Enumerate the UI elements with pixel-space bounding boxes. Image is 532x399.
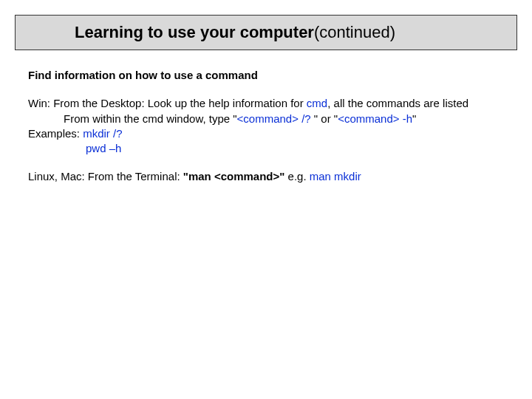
- linux-mid: e.g.: [288, 170, 310, 183]
- win-line-2: From within the cmd window, type "<comma…: [28, 112, 504, 126]
- examples-label: Examples:: [28, 127, 83, 140]
- win-line1-suffix: , all the commands are listed: [327, 97, 468, 109]
- win-line1-prefix: Win: From the Desktop: Look up the help …: [28, 97, 307, 109]
- cmd-help-h: <command> -h: [338, 112, 412, 125]
- example-pwd-line: pwd –h: [28, 141, 504, 156]
- slide-title-bar: Learning to use your computer (continued…: [15, 15, 517, 50]
- win-line2-mid: " or ": [311, 112, 338, 125]
- cmd-help-q: <command> /?: [237, 112, 311, 125]
- linux-prefix: Linux, Mac: From the Terminal:: [28, 170, 183, 183]
- slide-content: Find information on how to use a command…: [28, 68, 504, 198]
- example-pwd: pwd –h: [86, 142, 121, 154]
- title-bold: Learning to use your computer: [75, 23, 314, 42]
- man-mkdir: man mkdir: [310, 170, 361, 183]
- examples-line: Examples: mkdir /?: [28, 126, 504, 141]
- win-line2-suffix: ": [412, 112, 416, 125]
- win-line2-prefix: From within the cmd window, type ": [64, 112, 237, 125]
- cmd-link: cmd: [307, 97, 327, 109]
- title-regular: (continued): [314, 23, 395, 42]
- windows-block: Win: From the Desktop: Look up the help …: [28, 96, 504, 156]
- section-heading: Find information on how to use a command: [28, 68, 504, 83]
- man-command-bold: "man <command>": [183, 170, 288, 183]
- example-mkdir: mkdir /?: [83, 127, 122, 140]
- linux-block: Linux, Mac: From the Terminal: "man <com…: [28, 169, 504, 184]
- win-line-1: Win: From the Desktop: Look up the help …: [28, 96, 504, 111]
